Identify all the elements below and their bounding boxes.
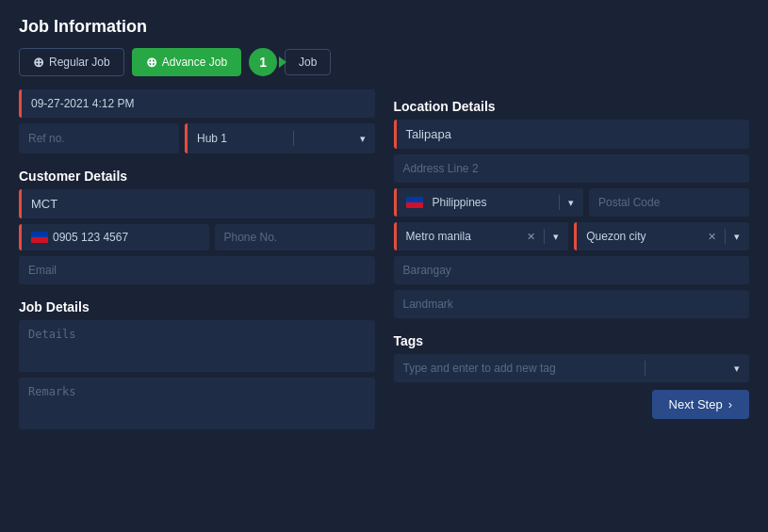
date-value: 09-27-2021 4:12 PM	[31, 97, 134, 110]
city-select[interactable]: Quezon city ✕ ▾	[574, 222, 749, 250]
chevron-down-icon: ▾	[734, 363, 740, 375]
region-select[interactable]: Metro manila ✕ ▾	[394, 222, 569, 250]
phone-other-input[interactable]	[215, 224, 375, 250]
left-panel: 09-27-2021 4:12 PM Hub 1 ▾ Customer Deta…	[19, 89, 375, 523]
city-clear-icon[interactable]: ✕	[708, 231, 716, 243]
phone-flag-field[interactable]: 0905 123 4567	[19, 224, 209, 250]
footer-row: Next Step ›	[394, 382, 750, 419]
flag-ph-icon-country	[406, 197, 423, 208]
separator	[544, 229, 545, 244]
next-step-button[interactable]: Next Step ›	[652, 390, 749, 419]
separator	[293, 131, 294, 146]
hub-label: Hub 1	[197, 132, 227, 145]
tab-advance-label: Advance Job	[162, 56, 227, 69]
landmark-input[interactable]	[394, 290, 750, 318]
job-section-label: Job Details	[19, 299, 375, 314]
chevron-down-icon: ▾	[568, 197, 574, 209]
customer-section-label: Customer Details	[19, 169, 375, 184]
city-label: Quezon city	[586, 230, 700, 243]
badge-number: 1	[259, 55, 267, 70]
separator	[559, 195, 560, 210]
address1-value: Talipapa	[406, 127, 451, 141]
right-panel: Location Details Talipapa Philippines ▾	[394, 89, 750, 523]
address1-field[interactable]: Talipapa	[394, 120, 750, 149]
tab-regular-job[interactable]: ⊕ Regular Job	[19, 48, 124, 76]
region-city-row: Metro manila ✕ ▾ Quezon city ✕ ▾	[394, 222, 750, 250]
remarks-textarea[interactable]	[19, 378, 375, 429]
tab-advance-job[interactable]: ⊕ Advance Job	[132, 48, 241, 76]
separator	[725, 229, 726, 244]
barangay-input[interactable]	[394, 256, 750, 284]
chevron-down-icon: ▾	[734, 231, 740, 243]
tab-row: ⊕ Regular Job ⊕ Advance Job 1 Job	[19, 48, 749, 76]
next-step-label: Next Step	[669, 397, 723, 411]
chevron-down-icon: ▾	[360, 133, 366, 145]
tab-job-label: Job	[299, 56, 317, 69]
separator	[645, 361, 645, 376]
main-content: 09-27-2021 4:12 PM Hub 1 ▾ Customer Deta…	[19, 89, 749, 523]
next-step-arrow-icon: ›	[728, 397, 732, 411]
flag-ph-icon	[31, 232, 48, 243]
region-clear-icon[interactable]: ✕	[527, 231, 535, 243]
location-section-label: Location Details	[394, 99, 750, 114]
email-input[interactable]	[19, 256, 375, 284]
country-label: Philippines	[433, 196, 551, 209]
tags-input-wrap[interactable]: Type and enter to add new tag ▾	[394, 354, 750, 382]
ref-hub-row: Hub 1 ▾	[19, 123, 375, 153]
tab-job[interactable]: Job	[285, 49, 331, 75]
plus-icon-advance: ⊕	[146, 55, 157, 70]
date-field: 09-27-2021 4:12 PM	[19, 89, 375, 118]
ref-input[interactable]	[19, 123, 179, 153]
tab-regular-label: Regular Job	[49, 56, 110, 69]
tags-section-label: Tags	[394, 333, 750, 348]
tags-placeholder: Type and enter to add new tag	[403, 362, 556, 375]
details-textarea[interactable]	[19, 320, 375, 372]
chevron-down-icon: ▾	[553, 231, 559, 243]
email-field-wrap	[19, 256, 375, 284]
country-postal-row: Philippines ▾	[394, 188, 750, 217]
plus-icon-regular: ⊕	[33, 55, 44, 70]
hub-select[interactable]: Hub 1 ▾	[185, 123, 375, 153]
customer-name-field: MCT	[19, 189, 375, 218]
customer-name-value: MCT	[31, 197, 57, 211]
country-select[interactable]: Philippines ▾	[394, 188, 584, 217]
phone-number-value: 0905 123 4567	[53, 231, 128, 244]
page-title: Job Information	[19, 17, 749, 37]
region-label: Metro manila	[406, 230, 520, 243]
address2-input[interactable]	[394, 154, 750, 183]
step-badge: 1	[249, 48, 277, 76]
postal-input[interactable]	[589, 188, 749, 217]
phone-row: 0905 123 4567	[19, 224, 375, 250]
